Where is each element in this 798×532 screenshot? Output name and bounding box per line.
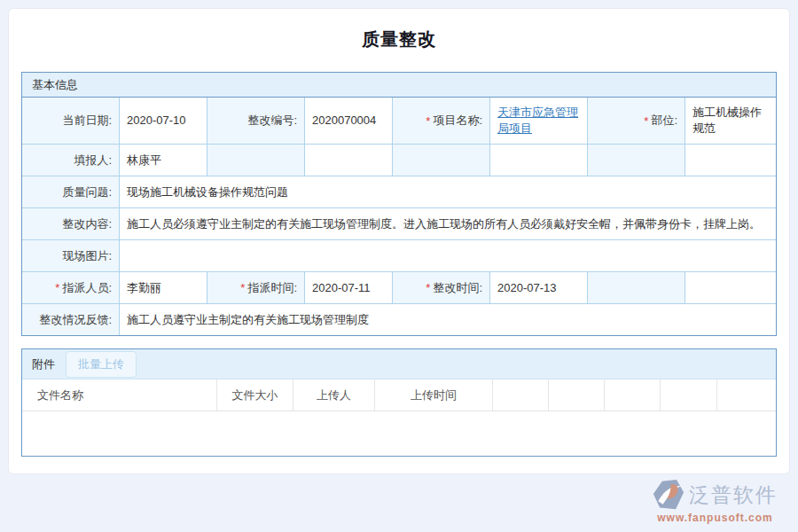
current-date-value: 2020-07-10 (120, 98, 207, 144)
quality-issue-value: 现场施工机械设备操作规范问题 (120, 176, 776, 207)
location-label: *部位: (588, 98, 685, 144)
required-asterisk: * (644, 114, 648, 128)
rectify-content-value: 施工人员必须遵守业主制定的有关施工现场管理制度。进入施工现场的所有人员必须戴好安… (120, 208, 776, 239)
rectify-no-value: 2020070004 (305, 98, 392, 144)
empty-cell (685, 145, 776, 176)
empty-cell (685, 272, 776, 303)
vendor-url-text: www.fanpusoft.com (657, 512, 773, 524)
rectify-content-label: 整改内容: (22, 208, 119, 239)
required-asterisk: * (426, 281, 430, 294)
assignee-label: *指派人员: (22, 272, 119, 303)
fanpu-logo-icon (653, 479, 685, 511)
attachments-section-title: 附件 (32, 356, 55, 372)
rectify-no-label: 整改编号: (207, 98, 304, 144)
required-asterisk: * (426, 114, 430, 128)
page-title: 质量整改 (0, 27, 798, 51)
basic-info-panel: 基本信息 当前日期: 2020-07-10 整改编号: 2020070004 *… (21, 72, 777, 336)
basic-info-section-title: 基本信息 (22, 73, 776, 98)
empty-column (717, 379, 776, 411)
empty-cell (588, 272, 685, 303)
attachments-empty-body (22, 411, 776, 456)
project-name-label: *项目名称: (393, 98, 489, 144)
required-asterisk: * (240, 281, 245, 294)
project-name-value: 天津市应急管理局项目 (490, 98, 587, 144)
empty-column (549, 379, 605, 411)
vendor-brand-text: 泛普软件 (689, 481, 778, 509)
empty-column (493, 379, 549, 411)
empty-cell (588, 145, 685, 176)
assignee-value: 李勤丽 (120, 272, 207, 303)
column-upload-time: 上传时间 (375, 379, 493, 411)
attachments-table-header: 文件名称 文件大小 上传人 上传时间 (22, 379, 776, 411)
required-asterisk: * (55, 281, 59, 294)
location-value: 施工机械操作规范 (685, 98, 776, 144)
empty-cell (207, 145, 304, 176)
empty-cell (305, 145, 392, 176)
empty-column (661, 379, 717, 411)
batch-upload-button[interactable]: 批量上传 (66, 351, 137, 378)
feedback-value: 施工人员遵守业主制定的有关施工现场管理制度 (120, 304, 776, 335)
basic-info-grid: 当前日期: 2020-07-10 整改编号: 2020070004 *项目名称:… (22, 98, 776, 335)
rectify-time-value: 2020-07-13 (490, 272, 587, 303)
empty-cell (393, 145, 489, 176)
site-photo-label: 现场图片: (22, 240, 119, 271)
attachments-bar: 附件 批量上传 (22, 349, 776, 379)
column-uploader: 上传人 (293, 379, 375, 411)
reporter-label: 填报人: (22, 145, 119, 176)
reporter-value: 林康平 (120, 145, 207, 176)
assign-time-value: 2020-07-11 (305, 272, 392, 303)
quality-issue-label: 质量问题: (22, 176, 119, 207)
column-file-size: 文件大小 (217, 379, 293, 411)
empty-column (605, 379, 661, 411)
current-date-label: 当前日期: (22, 98, 119, 144)
rectify-time-label: *整改时间: (393, 272, 489, 303)
column-file-name: 文件名称 (22, 379, 217, 411)
vendor-watermark: 泛普软件 www.fanpusoft.com (653, 479, 778, 524)
feedback-label: 整改情况反馈: (22, 304, 119, 335)
assign-time-label: *指派时间: (207, 272, 304, 303)
attachments-panel: 附件 批量上传 文件名称 文件大小 上传人 上传时间 (21, 348, 777, 457)
project-name-link[interactable]: 天津市应急管理局项目 (497, 105, 580, 136)
site-photo-value (120, 240, 776, 271)
empty-cell (490, 145, 587, 176)
